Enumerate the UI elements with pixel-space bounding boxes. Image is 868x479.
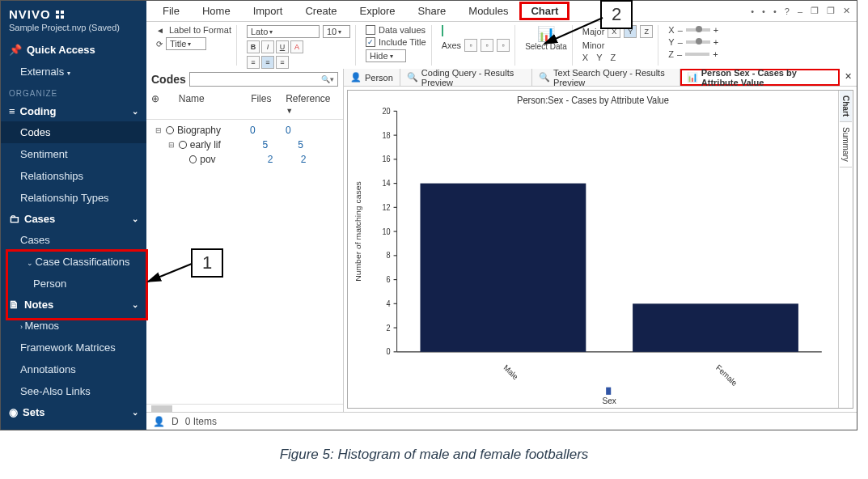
sidebar-item-codes[interactable]: Codes [1,121,146,143]
hide-dropdown[interactable]: Hide▾ [366,49,406,62]
include-title-checkbox[interactable] [366,37,375,47]
chart-area: 👤Person 🔍Coding Query - Results Preview … [344,69,857,412]
briefcase-icon: 🗀 [9,213,19,225]
sidebar-item-case-classifications[interactable]: ⌄ Case Classifications [1,251,146,273]
code-name: pov [200,154,265,165]
tab-coding-query[interactable]: 🔍Coding Query - Results Preview [400,69,532,86]
font-name-select[interactable]: Lato▾ [247,25,320,38]
scrollbar[interactable] [146,404,343,412]
axes-opt2[interactable]: ▫ [481,39,493,52]
font-color-icon[interactable]: A [290,40,303,53]
refresh-icon[interactable]: ⟳ [156,40,163,49]
window-control-5[interactable]: ❐ [811,6,819,16]
svg-rect-30 [606,388,611,395]
person-icon: 👤 [350,72,362,83]
data-values-checkbox[interactable] [366,25,375,35]
search-icon: 🔍 [321,75,330,83]
annotation-2: 2 [600,0,633,29]
window-control-0[interactable]: • [751,6,754,16]
tab-person[interactable]: 👤Person [344,69,400,86]
svg-text:20: 20 [382,106,391,116]
title-dropdown[interactable]: Title▾ [166,37,206,50]
font-size-select[interactable]: 10▾ [323,25,350,38]
svg-text:4: 4 [386,299,391,308]
tab-close-button[interactable]: ✕ [840,69,857,86]
align-right-icon[interactable]: ≡ [276,56,289,69]
logo-dots [56,11,64,19]
axes-opt3[interactable]: ▫ [497,39,510,52]
menu-import[interactable]: Import [242,2,294,20]
menu-explore[interactable]: Explore [349,2,407,20]
sidebar-item-relationships[interactable]: Relationships [1,165,146,187]
menu-create[interactable]: Create [294,2,348,20]
chart-icon[interactable]: 📊 [537,25,555,43]
menu-chart[interactable]: Chart [519,2,569,20]
select-data-label: Select Data [525,43,567,51]
sidebar-item-cases[interactable]: Cases [1,229,146,251]
col-files[interactable]: Files [251,93,281,116]
quick-access-header[interactable]: 📌 Quick Access [1,37,146,61]
window-control-3[interactable]: ? [785,6,790,16]
statusbar-items: 0 Items [185,416,217,427]
window-control-2[interactable]: • [773,6,777,16]
menu-file[interactable]: File [151,2,191,20]
svg-text:2: 2 [386,323,390,333]
sidebar-group-sets[interactable]: ◉Sets ⌄ [1,402,146,422]
svg-text:10: 10 [382,227,391,236]
tree-toggle[interactable]: ⊟ [155,126,163,134]
window-control-7[interactable]: ✕ [843,6,850,16]
menu-share[interactable]: Share [407,2,458,20]
side-tab-summary[interactable]: Summary [840,122,852,167]
sidebar-item-externals[interactable]: Externals ▾ [1,61,146,83]
code-row[interactable]: ⊟ Biography 0 0 [146,123,343,138]
window-control-4[interactable]: – [798,6,802,16]
tab-person-sex-chart[interactable]: 📊Person Sex - Cases by Attribute Value [680,69,840,86]
align-center-icon[interactable]: ≡ [261,56,274,69]
notes-icon: 🗎 [9,299,19,311]
sidebar-group-coding[interactable]: ≡Coding ⌄ [1,101,146,121]
menu-home[interactable]: Home [191,2,242,20]
side-tab-chart[interactable]: Chart [840,91,852,122]
filter-icon[interactable]: ▼ [286,107,293,115]
add-icon[interactable]: ⊕ [151,93,174,116]
sidebar-item-memos[interactable]: › Memos [1,315,146,337]
codes-panel: Codes 🔍▾ ⊕ Name Files Reference ▼ ⊟ Biog… [146,69,344,412]
align-left-icon[interactable]: ≡ [247,56,260,69]
pin-icon: 📌 [9,44,22,56]
code-name: early lif [190,139,260,150]
col-name[interactable]: Name [179,93,246,116]
sidebar-item-framework-matrices[interactable]: Framework Matrices [1,337,146,358]
chart-icon: 📊 [687,72,698,83]
code-row[interactable]: pov 2 2 [146,152,343,167]
col-reference[interactable]: Reference ▼ [286,93,338,116]
underline-icon[interactable]: U [276,40,289,53]
svg-text:Sex: Sex [603,396,617,406]
bold-icon[interactable]: B [247,40,260,53]
back-icon[interactable]: ◄ [156,26,164,35]
svg-text:8: 8 [386,251,390,261]
menu-modules[interactable]: Modules [457,2,519,20]
sidebar-group-cases[interactable]: 🗀Cases ⌄ [1,209,146,229]
tab-text-search-query[interactable]: 🔍Text Search Query - Results Preview [532,69,680,86]
svg-text:Female: Female [714,362,739,388]
sidebar-item-relationship-types[interactable]: Relationship Types [1,187,146,209]
code-files: 2 [268,154,298,165]
ribbon: ◄ Label to Format ⟳ Title▾ Lato▾ 10▾ B I… [146,22,857,69]
window-control-1[interactable]: • [762,6,765,16]
sidebar-group-notes[interactable]: 🗎Notes ⌄ [1,295,146,315]
tree-toggle[interactable] [179,155,186,163]
italic-icon[interactable]: I [261,40,274,53]
svg-text:18: 18 [382,130,390,140]
axes-opt1[interactable]: ▫ [464,39,477,52]
window-control-6[interactable]: ❐ [827,6,835,16]
sidebar-item-see-also[interactable]: See-Also Links [1,380,146,402]
major-z[interactable]: Z [640,25,653,38]
tree-toggle[interactable]: ⊟ [167,141,176,149]
svg-text:16: 16 [382,155,390,164]
sidebar-item-sentiment[interactable]: Sentiment [1,143,146,165]
codes-search[interactable]: 🔍▾ [189,72,338,87]
codes-title: Codes [151,73,186,86]
sidebar-item-annotations[interactable]: Annotations [1,358,146,380]
sidebar-item-person[interactable]: Person [1,273,146,295]
code-row[interactable]: ⊟ early lif 5 5 [146,138,343,152]
